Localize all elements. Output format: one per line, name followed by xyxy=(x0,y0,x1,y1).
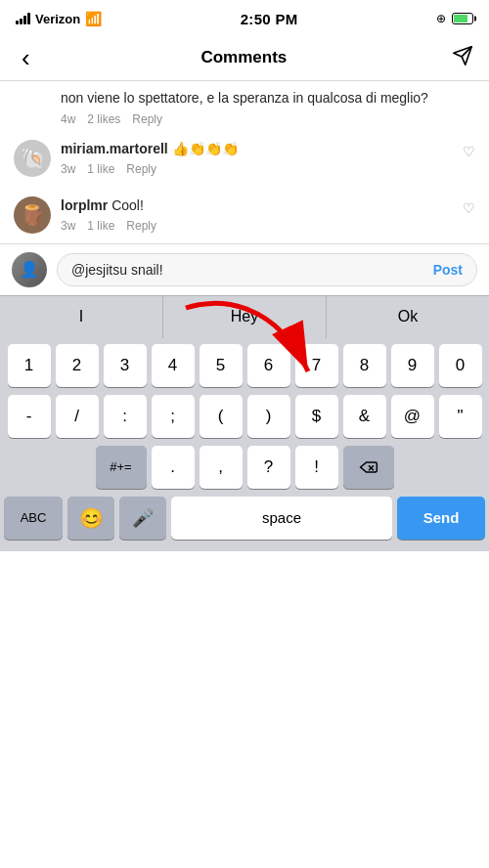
comment-body: lorplmr Cool! 3w 1 like Reply xyxy=(61,196,475,234)
suggestion-i[interactable]: I xyxy=(0,296,163,338)
key-comma[interactable]: , xyxy=(200,446,243,489)
key-slash[interactable]: / xyxy=(56,395,99,438)
key-1[interactable]: 1 xyxy=(8,344,51,387)
avatar: 🪵 xyxy=(14,196,51,234)
comments-area: non viene lo spettatore, e la speranza i… xyxy=(0,81,489,243)
suggestion-ok[interactable]: Ok xyxy=(327,296,489,338)
suggestion-hey[interactable]: Hey xyxy=(163,296,327,338)
key-question[interactable]: ? xyxy=(247,446,290,489)
send-icon[interactable] xyxy=(452,45,473,71)
comment-body: miriam.martorell 👍👏👏👏 3w 1 like Reply xyxy=(61,140,475,177)
keyboard-suggestions: I Hey Ok xyxy=(0,295,489,338)
comment-meta: 3w 1 like Reply xyxy=(61,219,475,233)
comment-item: 🪵 lorplmr Cool! 3w 1 like Reply ♡ xyxy=(0,187,489,243)
post-button[interactable]: Post xyxy=(433,262,463,278)
comment-content: Cool! xyxy=(111,197,144,213)
reply-input[interactable]: @jesjitsu snail! xyxy=(71,262,433,278)
signal-icon xyxy=(16,13,30,24)
key-quote[interactable]: " xyxy=(439,395,482,438)
key-minus[interactable]: - xyxy=(8,395,51,438)
status-bar: Verizon 📶 2:50 PM ⊕ xyxy=(0,0,489,35)
heart-button[interactable]: ♡ xyxy=(463,144,475,159)
heart-button[interactable]: ♡ xyxy=(463,200,475,216)
avatar: 🐚 xyxy=(14,140,51,177)
key-emoji[interactable]: 😊 xyxy=(67,497,114,540)
location-icon: ⊕ xyxy=(436,12,446,25)
partial-comment: non viene lo spettatore, e la speranza i… xyxy=(0,81,489,130)
reply-input-area: 👤 @jesjitsu snail! Post xyxy=(0,243,489,295)
key-semicolon[interactable]: ; xyxy=(152,395,195,438)
key-9[interactable]: 9 xyxy=(391,344,434,387)
comment-text: lorplmr Cool! xyxy=(61,196,475,216)
user-avatar: 👤 xyxy=(12,252,47,287)
comment-likes: 1 like xyxy=(87,219,114,233)
comment-item: 🐚 miriam.martorell 👍👏👏👏 3w 1 like Reply … xyxy=(0,130,489,187)
partial-age: 4w xyxy=(61,112,75,126)
key-hashplus[interactable]: #+= xyxy=(96,446,147,489)
key-5[interactable]: 5 xyxy=(200,344,243,387)
comment-age: 3w xyxy=(61,162,75,176)
key-7[interactable]: 7 xyxy=(295,344,338,387)
key-send[interactable]: Send xyxy=(397,497,485,540)
partial-reply[interactable]: Reply xyxy=(132,112,162,126)
key-0[interactable]: 0 xyxy=(439,344,482,387)
special-row: #+= . , ? ! xyxy=(4,446,485,489)
battery-indicator xyxy=(452,13,473,24)
wifi-icon: 📶 xyxy=(85,11,102,26)
key-8[interactable]: 8 xyxy=(343,344,386,387)
key-ampersand[interactable]: & xyxy=(343,395,386,438)
key-rparen[interactable]: ) xyxy=(247,395,290,438)
key-colon[interactable]: : xyxy=(104,395,147,438)
comment-text: miriam.martorell 👍👏👏👏 xyxy=(61,140,475,159)
key-6[interactable]: 6 xyxy=(247,344,290,387)
comment-username[interactable]: miriam.martorell xyxy=(61,141,168,156)
reply-input-wrapper[interactable]: @jesjitsu snail! Post xyxy=(57,253,477,286)
comment-age: 3w xyxy=(61,219,75,233)
status-time: 2:50 PM xyxy=(241,11,298,27)
status-left: Verizon 📶 xyxy=(16,11,102,26)
carrier-label: Verizon xyxy=(35,12,80,26)
comment-reply[interactable]: Reply xyxy=(126,162,156,176)
key-dollar[interactable]: $ xyxy=(295,395,338,438)
back-button[interactable]: ‹ xyxy=(16,43,36,72)
key-space[interactable]: space xyxy=(171,497,392,540)
symbol-row: - / : ; ( ) $ & @ " xyxy=(4,395,485,438)
bottom-row: ABC 😊 🎤 space Send xyxy=(4,497,485,540)
partial-comment-meta: 4w 2 likes Reply xyxy=(61,112,475,126)
key-abc[interactable]: ABC xyxy=(4,497,63,540)
page-title: Comments xyxy=(200,48,287,67)
key-3[interactable]: 3 xyxy=(104,344,147,387)
comment-username[interactable]: lorplmr xyxy=(61,197,108,213)
comment-meta: 3w 1 like Reply xyxy=(61,162,475,176)
key-mic[interactable]: 🎤 xyxy=(119,497,166,540)
key-4[interactable]: 4 xyxy=(152,344,195,387)
key-lparen[interactable]: ( xyxy=(200,395,243,438)
partial-comment-text: non viene lo spettatore, e la speranza i… xyxy=(61,89,475,108)
header: ‹ Comments xyxy=(0,35,489,81)
comment-content: 👍👏👏👏 xyxy=(172,141,239,156)
key-period[interactable]: . xyxy=(152,446,195,489)
comment-likes: 1 like xyxy=(87,162,114,176)
partial-likes: 2 likes xyxy=(87,112,120,126)
key-at[interactable]: @ xyxy=(391,395,434,438)
keyboard: 1 2 3 4 5 6 7 8 9 0 - / : ; ( ) $ & @ " … xyxy=(0,338,489,551)
delete-key[interactable] xyxy=(343,446,394,489)
key-exclaim[interactable]: ! xyxy=(295,446,338,489)
comment-reply[interactable]: Reply xyxy=(126,219,156,233)
status-right: ⊕ xyxy=(436,12,473,25)
key-2[interactable]: 2 xyxy=(56,344,99,387)
number-row: 1 2 3 4 5 6 7 8 9 0 xyxy=(4,344,485,387)
